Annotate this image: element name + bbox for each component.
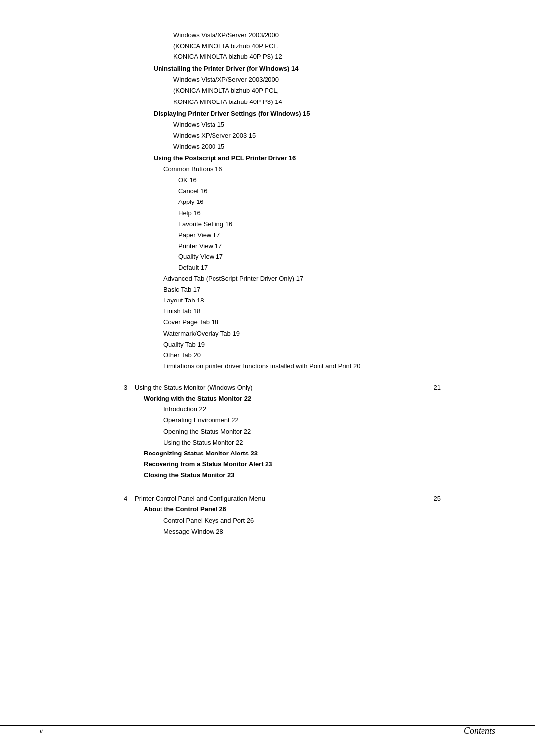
list-item: Cover Page Tab 18 <box>124 317 441 328</box>
list-item: Limitations on printer driver functions … <box>124 361 441 372</box>
list-item: Introduction 22 <box>124 404 441 415</box>
toc-section-3: 3 Using the Status Monitor (Windows Only… <box>124 382 441 481</box>
list-item: Recovering from a Status Monitor Alert 2… <box>124 459 441 470</box>
list-item: Other Tab 20 <box>124 350 441 361</box>
section-3-dots <box>255 388 432 388</box>
list-item: Favorite Setting 16 <box>124 219 441 230</box>
list-item: Windows Vista/XP/Server 2003/2000 <box>124 74 441 85</box>
list-item: Control Panel Keys and Port 26 <box>124 515 441 526</box>
content-area: Windows Vista/XP/Server 2003/2000 (KONIC… <box>94 30 441 537</box>
list-item: Help 16 <box>124 208 441 219</box>
section-4-header: 4 Printer Control Panel and Configuratio… <box>124 493 441 504</box>
list-item: OK 16 <box>124 175 441 186</box>
list-item: Basic Tab 17 <box>124 284 441 295</box>
list-item: Closing the Status Monitor 23 <box>124 470 441 481</box>
list-item: Opening the Status Monitor 22 <box>124 426 441 437</box>
footer-page-number: ii <box>40 727 43 735</box>
section-4-dots <box>267 499 431 499</box>
list-item: Windows Vista/XP/Server 2003/2000 <box>124 30 441 41</box>
list-item: Default 17 <box>124 262 441 273</box>
list-item: Windows Vista 15 <box>124 119 441 130</box>
list-item: Windows 2000 15 <box>124 141 441 152</box>
list-item: Uninstalling the Printer Driver (for Win… <box>124 63 441 74</box>
list-item: Common Buttons 16 <box>124 164 441 175</box>
list-item: Cancel 16 <box>124 186 441 197</box>
list-item: (KONICA MINOLTA bizhub 40P PCL, <box>124 41 441 51</box>
section-3-header: 3 Using the Status Monitor (Windows Only… <box>124 382 441 393</box>
section-4-number: 4 <box>124 493 135 504</box>
list-item: Quality View 17 <box>124 252 441 262</box>
section-3-number: 3 <box>124 382 135 393</box>
page-footer: ii Contents <box>0 725 535 736</box>
toc-section-4: 4 Printer Control Panel and Configuratio… <box>124 493 441 537</box>
list-item: Using the Postscript and PCL Printer Dri… <box>124 153 441 164</box>
list-item: Displaying Printer Driver Settings (for … <box>124 108 441 119</box>
toc-continuing-entries: Windows Vista/XP/Server 2003/2000 (KONIC… <box>124 30 441 372</box>
section-3-title: Using the Status Monitor (Windows Only) <box>135 382 253 393</box>
footer-title: Contents <box>464 726 495 736</box>
section-3-pagenum: 21 <box>434 382 441 393</box>
list-item: KONICA MINOLTA bizhub 40P PS) 14 <box>124 97 441 107</box>
list-item: Paper View 17 <box>124 230 441 241</box>
list-item: Apply 16 <box>124 197 441 207</box>
list-item: Working with the Status Monitor 22 <box>124 393 441 404</box>
list-item: About the Control Panel 26 <box>124 504 441 515</box>
list-item: KONICA MINOLTA bizhub 40P PS) 12 <box>124 51 441 62</box>
list-item: Operating Environment 22 <box>124 415 441 426</box>
section-4-title: Printer Control Panel and Configuration … <box>135 493 265 504</box>
list-item: Recognizing Status Monitor Alerts 23 <box>124 448 441 459</box>
list-item: Windows XP/Server 2003 15 <box>124 130 441 141</box>
list-item: Finish tab 18 <box>124 306 441 317</box>
list-item: (KONICA MINOLTA bizhub 40P PCL, <box>124 85 441 96</box>
list-item: Layout Tab 18 <box>124 295 441 306</box>
list-item: Quality Tab 19 <box>124 339 441 350</box>
list-item: Message Window 28 <box>124 526 441 537</box>
list-item: Printer View 17 <box>124 241 441 252</box>
list-item: Using the Status Monitor 22 <box>124 437 441 448</box>
list-item: Watermark/Overlay Tab 19 <box>124 328 441 339</box>
page: Windows Vista/XP/Server 2003/2000 (KONIC… <box>0 0 535 756</box>
list-item: Advanced Tab (PostScript Printer Driver … <box>124 273 441 284</box>
section-4-pagenum: 25 <box>434 493 441 504</box>
